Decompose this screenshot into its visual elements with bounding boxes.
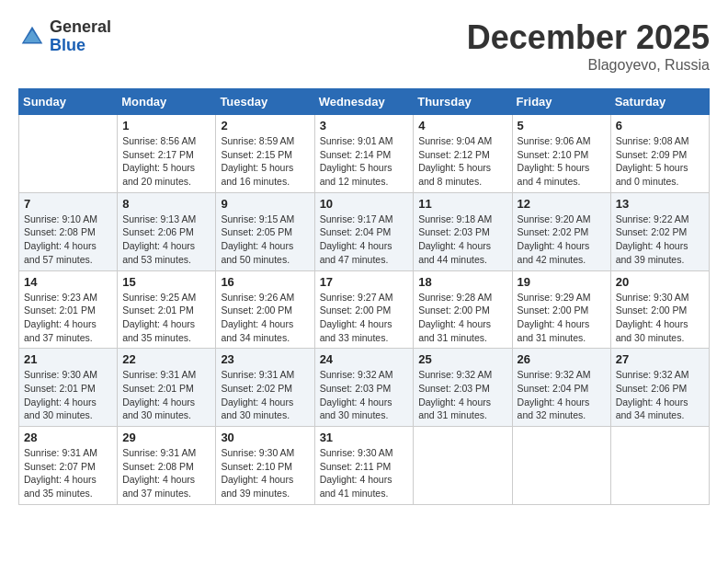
day-number: 15 xyxy=(122,275,210,289)
day-info: Sunrise: 9:32 AM Sunset: 2:03 PM Dayligh… xyxy=(320,368,409,422)
calendar-cell: 9Sunrise: 9:15 AM Sunset: 2:05 PM Daylig… xyxy=(216,192,314,270)
calendar-cell xyxy=(512,427,610,505)
day-info: Sunrise: 9:31 AM Sunset: 2:01 PM Dayligh… xyxy=(122,368,210,422)
day-info: Sunrise: 9:17 AM Sunset: 2:04 PM Dayligh… xyxy=(320,213,409,267)
day-number: 18 xyxy=(418,275,506,289)
calendar-cell: 26Sunrise: 9:32 AM Sunset: 2:04 PM Dayli… xyxy=(512,349,610,427)
calendar-cell: 22Sunrise: 9:31 AM Sunset: 2:01 PM Dayli… xyxy=(118,349,216,427)
calendar-cell: 12Sunrise: 9:20 AM Sunset: 2:02 PM Dayli… xyxy=(512,192,610,270)
calendar-table: SundayMondayTuesdayWednesdayThursdayFrid… xyxy=(18,88,710,505)
day-info: Sunrise: 9:22 AM Sunset: 2:02 PM Dayligh… xyxy=(616,213,704,267)
day-info: Sunrise: 9:31 AM Sunset: 2:07 PM Dayligh… xyxy=(24,446,112,500)
calendar-cell: 3Sunrise: 9:01 AM Sunset: 2:14 PM Daylig… xyxy=(314,115,414,193)
day-number: 12 xyxy=(518,197,606,211)
day-number: 22 xyxy=(122,352,210,366)
day-number: 4 xyxy=(418,119,506,132)
calendar-cell: 17Sunrise: 9:27 AM Sunset: 2:00 PM Dayli… xyxy=(314,270,414,349)
day-info: Sunrise: 9:32 AM Sunset: 2:03 PM Dayligh… xyxy=(418,368,506,422)
calendar-cell: 25Sunrise: 9:32 AM Sunset: 2:03 PM Dayli… xyxy=(414,349,512,427)
calendar-cell: 21Sunrise: 9:30 AM Sunset: 2:01 PM Dayli… xyxy=(19,349,118,427)
col-header-wednesday: Wednesday xyxy=(314,89,414,115)
day-info: Sunrise: 9:20 AM Sunset: 2:02 PM Dayligh… xyxy=(518,213,606,267)
day-number: 14 xyxy=(24,275,112,289)
calendar-cell: 31Sunrise: 9:30 AM Sunset: 2:11 PM Dayli… xyxy=(314,427,414,505)
day-info: Sunrise: 9:30 AM Sunset: 2:10 PM Dayligh… xyxy=(221,446,309,500)
day-number: 1 xyxy=(122,119,210,132)
day-number: 23 xyxy=(221,352,309,366)
logo-icon xyxy=(18,23,46,51)
day-info: Sunrise: 8:56 AM Sunset: 2:17 PM Dayligh… xyxy=(122,134,210,189)
day-number: 30 xyxy=(221,431,309,444)
calendar-cell: 6Sunrise: 9:08 AM Sunset: 2:09 PM Daylig… xyxy=(610,115,709,193)
day-info: Sunrise: 9:18 AM Sunset: 2:03 PM Dayligh… xyxy=(418,213,506,267)
title-block: December 2025 Blagoyevo, Russia xyxy=(467,18,710,74)
day-info: Sunrise: 9:28 AM Sunset: 2:00 PM Dayligh… xyxy=(418,291,506,345)
day-info: Sunrise: 9:06 AM Sunset: 2:10 PM Dayligh… xyxy=(518,134,606,189)
day-number: 17 xyxy=(320,275,409,289)
day-number: 11 xyxy=(418,197,506,211)
day-info: Sunrise: 9:26 AM Sunset: 2:00 PM Dayligh… xyxy=(221,291,309,345)
col-header-thursday: Thursday xyxy=(414,89,512,115)
calendar-cell: 7Sunrise: 9:10 AM Sunset: 2:08 PM Daylig… xyxy=(19,192,118,270)
day-info: Sunrise: 8:59 AM Sunset: 2:15 PM Dayligh… xyxy=(221,134,309,189)
col-header-sunday: Sunday xyxy=(19,89,118,115)
col-header-monday: Monday xyxy=(118,89,216,115)
day-number: 9 xyxy=(221,197,309,211)
day-info: Sunrise: 9:30 AM Sunset: 2:00 PM Dayligh… xyxy=(616,291,704,345)
day-number: 26 xyxy=(518,352,606,366)
day-number: 24 xyxy=(320,352,409,366)
day-number: 10 xyxy=(320,197,409,211)
day-number: 25 xyxy=(418,352,506,366)
day-info: Sunrise: 9:01 AM Sunset: 2:14 PM Dayligh… xyxy=(320,134,409,189)
day-number: 28 xyxy=(24,431,112,444)
col-header-friday: Friday xyxy=(512,89,610,115)
month-title: December 2025 xyxy=(467,18,710,57)
day-number: 19 xyxy=(518,275,606,289)
logo-general: General xyxy=(50,18,111,37)
calendar-cell: 8Sunrise: 9:13 AM Sunset: 2:06 PM Daylig… xyxy=(118,192,216,270)
calendar-cell: 16Sunrise: 9:26 AM Sunset: 2:00 PM Dayli… xyxy=(216,270,314,349)
calendar-cell: 27Sunrise: 9:32 AM Sunset: 2:06 PM Dayli… xyxy=(610,349,709,427)
day-info: Sunrise: 9:29 AM Sunset: 2:00 PM Dayligh… xyxy=(518,291,606,345)
calendar-week-1: 1Sunrise: 8:56 AM Sunset: 2:17 PM Daylig… xyxy=(19,115,710,193)
calendar-cell: 11Sunrise: 9:18 AM Sunset: 2:03 PM Dayli… xyxy=(414,192,512,270)
calendar-cell: 20Sunrise: 9:30 AM Sunset: 2:00 PM Dayli… xyxy=(610,270,709,349)
day-info: Sunrise: 9:04 AM Sunset: 2:12 PM Dayligh… xyxy=(418,134,506,189)
day-info: Sunrise: 9:30 AM Sunset: 2:11 PM Dayligh… xyxy=(320,446,409,500)
calendar-cell: 15Sunrise: 9:25 AM Sunset: 2:01 PM Dayli… xyxy=(118,270,216,349)
day-info: Sunrise: 9:10 AM Sunset: 2:08 PM Dayligh… xyxy=(24,213,112,267)
calendar-cell: 18Sunrise: 9:28 AM Sunset: 2:00 PM Dayli… xyxy=(414,270,512,349)
col-header-tuesday: Tuesday xyxy=(216,89,314,115)
day-number: 16 xyxy=(221,275,309,289)
calendar-header-row: SundayMondayTuesdayWednesdayThursdayFrid… xyxy=(19,89,710,115)
calendar-cell: 19Sunrise: 9:29 AM Sunset: 2:00 PM Dayli… xyxy=(512,270,610,349)
calendar-week-3: 14Sunrise: 9:23 AM Sunset: 2:01 PM Dayli… xyxy=(19,270,710,349)
calendar-cell: 10Sunrise: 9:17 AM Sunset: 2:04 PM Dayli… xyxy=(314,192,414,270)
calendar-cell: 5Sunrise: 9:06 AM Sunset: 2:10 PM Daylig… xyxy=(512,115,610,193)
day-info: Sunrise: 9:31 AM Sunset: 2:08 PM Dayligh… xyxy=(122,446,210,500)
calendar-cell: 24Sunrise: 9:32 AM Sunset: 2:03 PM Dayli… xyxy=(314,349,414,427)
day-info: Sunrise: 9:13 AM Sunset: 2:06 PM Dayligh… xyxy=(122,213,210,267)
day-info: Sunrise: 9:25 AM Sunset: 2:01 PM Dayligh… xyxy=(122,291,210,345)
calendar-cell: 23Sunrise: 9:31 AM Sunset: 2:02 PM Dayli… xyxy=(216,349,314,427)
day-number: 31 xyxy=(320,431,409,444)
logo-blue: Blue xyxy=(50,37,111,55)
day-number: 7 xyxy=(24,197,112,211)
day-info: Sunrise: 9:08 AM Sunset: 2:09 PM Dayligh… xyxy=(616,134,704,189)
calendar-cell xyxy=(610,427,709,505)
calendar-cell: 13Sunrise: 9:22 AM Sunset: 2:02 PM Dayli… xyxy=(610,192,709,270)
day-info: Sunrise: 9:30 AM Sunset: 2:01 PM Dayligh… xyxy=(24,368,112,422)
calendar-week-2: 7Sunrise: 9:10 AM Sunset: 2:08 PM Daylig… xyxy=(19,192,710,270)
calendar-week-5: 28Sunrise: 9:31 AM Sunset: 2:07 PM Dayli… xyxy=(19,427,710,505)
calendar-cell xyxy=(414,427,512,505)
day-number: 3 xyxy=(320,119,409,132)
calendar-cell xyxy=(19,115,118,193)
day-number: 6 xyxy=(616,119,704,132)
day-info: Sunrise: 9:32 AM Sunset: 2:06 PM Dayligh… xyxy=(616,368,704,422)
calendar-cell: 28Sunrise: 9:31 AM Sunset: 2:07 PM Dayli… xyxy=(19,427,118,505)
day-info: Sunrise: 9:31 AM Sunset: 2:02 PM Dayligh… xyxy=(221,368,309,422)
day-number: 21 xyxy=(24,352,112,366)
day-number: 20 xyxy=(616,275,704,289)
col-header-saturday: Saturday xyxy=(610,89,709,115)
day-number: 29 xyxy=(122,431,210,444)
